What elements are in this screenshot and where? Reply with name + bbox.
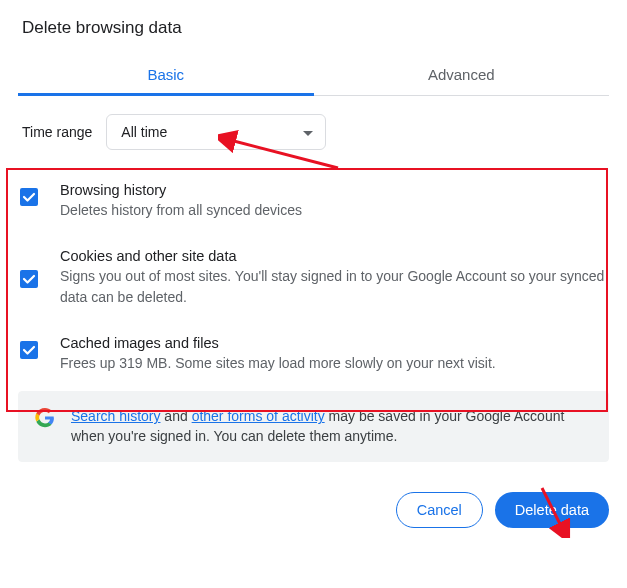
- caret-down-icon: [303, 124, 313, 140]
- checkmark-icon: [22, 272, 36, 286]
- dialog-title: Delete browsing data: [22, 18, 609, 38]
- option-desc: Frees up 319 MB. Some sites may load mor…: [60, 353, 609, 373]
- option-title: Browsing history: [60, 182, 609, 198]
- option-browsing-history: Browsing history Deletes history from al…: [20, 168, 609, 234]
- delete-browsing-data-dialog: Delete browsing data Basic Advanced Time…: [0, 0, 627, 550]
- tab-advanced[interactable]: Advanced: [314, 56, 610, 95]
- time-range-label: Time range: [22, 124, 92, 140]
- checkbox-browsing-history[interactable]: [20, 188, 38, 206]
- time-range-select[interactable]: All time: [106, 114, 326, 150]
- cancel-button[interactable]: Cancel: [396, 492, 483, 528]
- link-other-activity[interactable]: other forms of activity: [192, 408, 325, 424]
- option-desc: Signs you out of most sites. You'll stay…: [60, 266, 609, 307]
- delete-data-button[interactable]: Delete data: [495, 492, 609, 528]
- tabs: Basic Advanced: [18, 56, 609, 96]
- time-range-row: Time range All time: [22, 114, 609, 150]
- tab-basic[interactable]: Basic: [18, 56, 314, 95]
- option-title: Cookies and other site data: [60, 248, 609, 264]
- checkbox-cookies[interactable]: [20, 270, 38, 288]
- option-title: Cached images and files: [60, 335, 609, 351]
- tab-basic-label: Basic: [147, 66, 184, 83]
- link-search-history[interactable]: Search history: [71, 408, 160, 424]
- option-desc: Deletes history from all synced devices: [60, 200, 609, 220]
- option-cache: Cached images and files Frees up 319 MB.…: [20, 321, 609, 387]
- option-cookies: Cookies and other site data Signs you ou…: [20, 234, 609, 321]
- checkbox-cache[interactable]: [20, 341, 38, 359]
- info-text: Search history and other forms of activi…: [71, 406, 592, 447]
- google-account-info: Search history and other forms of activi…: [18, 391, 609, 462]
- options-list: Browsing history Deletes history from al…: [18, 168, 609, 387]
- checkmark-icon: [22, 343, 36, 357]
- checkmark-icon: [22, 190, 36, 204]
- google-g-icon: [35, 408, 55, 428]
- time-range-value: All time: [121, 124, 167, 140]
- tab-advanced-label: Advanced: [428, 66, 495, 83]
- dialog-actions: Cancel Delete data: [18, 492, 609, 528]
